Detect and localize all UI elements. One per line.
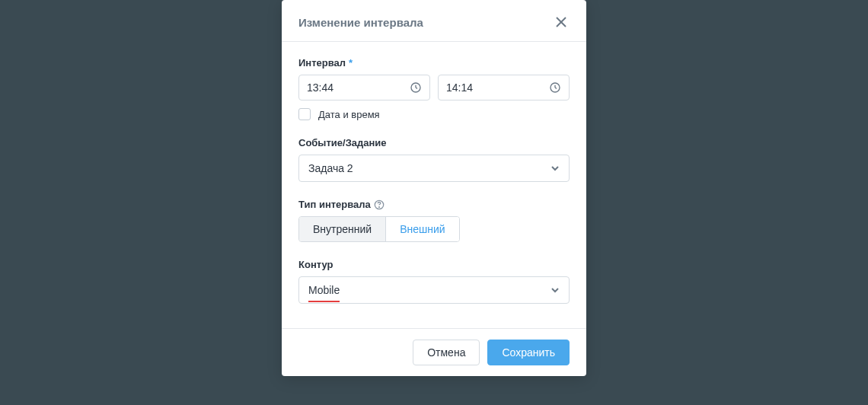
contour-field: Контур Mobile [298,259,570,304]
chevron-down-icon [550,285,560,295]
interval-field: Интервал * [298,57,570,120]
interval-label: Интервал * [298,57,570,69]
clock-icon [549,81,561,94]
contour-value: Mobile [308,284,340,296]
svg-point-9 [378,206,379,207]
interval-type-external-button[interactable]: Внешний [385,217,458,241]
event-task-value: Задача 2 [308,162,353,174]
time-inputs-row [298,75,570,100]
edit-interval-modal: Изменение интервала Интервал * [282,0,586,376]
interval-type-field: Тип интервала Внутренний Внешний [298,199,570,242]
svg-line-7 [555,88,557,88]
modal-title: Изменение интервала [298,16,423,29]
clock-icon [410,81,422,94]
event-task-field: Событие/Задание Задача 2 [298,137,570,182]
help-icon[interactable] [374,199,385,210]
cancel-button[interactable]: Отмена [413,340,480,365]
interval-type-label-text: Тип интервала [298,199,371,210]
datetime-checkbox-row: Дата и время [298,108,570,120]
interval-start-input[interactable] [298,75,430,100]
save-button[interactable]: Сохранить [487,340,570,365]
modal-footer: Отмена Сохранить [282,328,586,376]
datetime-checkbox-label: Дата и время [318,109,380,120]
event-task-label: Событие/Задание [298,137,570,148]
close-button[interactable] [553,14,570,30]
chevron-down-icon [550,164,560,173]
contour-select[interactable]: Mobile [298,276,570,304]
interval-label-text: Интервал [298,57,346,69]
interval-type-toggle: Внутренний Внешний [298,216,460,242]
interval-end-input[interactable] [438,75,570,100]
modal-header: Изменение интервала [282,0,586,42]
interval-start-value[interactable] [307,81,410,94]
contour-label: Контур [298,259,570,270]
event-task-select[interactable]: Задача 2 [298,155,570,182]
interval-type-label: Тип интервала [298,199,570,210]
interval-end-value[interactable] [446,81,549,94]
svg-line-4 [416,88,417,88]
required-indicator: * [349,57,353,69]
interval-type-internal-button[interactable]: Внутренний [299,217,385,241]
close-icon [556,17,566,27]
modal-body: Интервал * [282,42,586,328]
datetime-checkbox[interactable] [298,108,311,120]
